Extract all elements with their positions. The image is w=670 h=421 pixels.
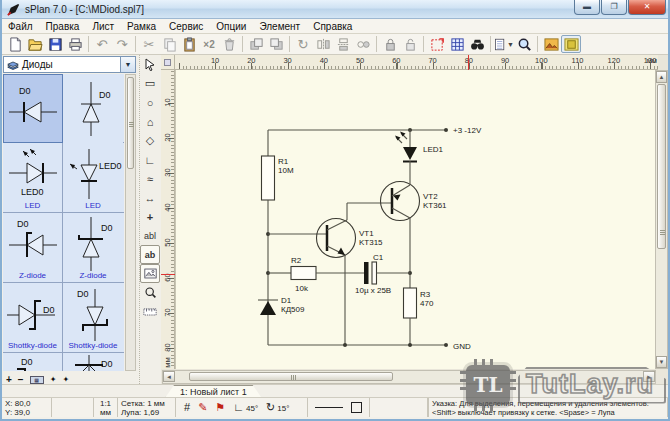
maximize-button[interactable]: ❐ [601,0,627,15]
hruler-label: 50 [356,56,364,65]
library-scroll-thumb[interactable] [127,77,134,169]
measure-tool[interactable] [140,302,160,321]
component-cell-zdiode-h[interactable]: D0 Z-diode [3,213,63,282]
duplicate-button[interactable]: ×2 [199,35,219,53]
horizontal-scroll-thumb[interactable] [189,372,393,381]
dropdown-arrow-icon[interactable]: ▼ [120,57,135,72]
copy-button[interactable] [159,35,179,53]
menu-frame[interactable]: Рамка [127,21,156,32]
line-tool[interactable]: ∟ [140,150,160,169]
zoom-button[interactable] [514,35,534,53]
capacitor-c1[interactable] [364,262,377,284]
hruler-label: 30 [283,56,291,65]
scroll-down-icon[interactable]: ▼ [656,356,667,368]
scroll-left-icon[interactable]: ◄ [163,371,175,382]
delete-button[interactable] [219,35,239,53]
minimize-button[interactable]: ▬ [574,0,600,15]
redo-button[interactable]: ↷ [112,35,132,53]
component-cell-led-v[interactable]: LED0 LED [63,143,123,212]
library-category-select[interactable]: Диоды ▼ [3,56,136,73]
image-tool[interactable] [140,264,160,283]
diode-d1[interactable] [258,300,278,315]
save-button[interactable] [45,35,65,53]
rectangle-tool[interactable]: ▭ [140,74,160,93]
bezier-tool[interactable]: ≈ [140,169,160,188]
cut-button[interactable]: ✂ [139,35,159,53]
component-cell-diode-v[interactable]: D0 [63,74,123,143]
paste-button[interactable] [179,35,199,53]
special-form-tool[interactable]: ◇ [140,131,160,150]
menu-element[interactable]: Элемент [259,21,300,32]
line-style-cell[interactable] [308,398,370,417]
resistor-r2[interactable] [291,267,316,280]
library-size-button[interactable]: ▦ [30,376,44,384]
mirror-horizontal-button[interactable] [313,35,333,53]
schematic-sheet[interactable]: +3 -12V R1 10M D1 КД509 [175,70,658,369]
undo-button[interactable]: ↶ [92,35,112,53]
grid-toggle-icon[interactable]: # [184,403,190,412]
horizontal-scrollbar[interactable]: ◄ ► [162,370,656,384]
zoom-tool[interactable] [140,283,160,302]
text-tool[interactable]: abl [140,226,160,245]
pen-mode-icon[interactable]: ✎ [198,403,207,412]
scroll-right-icon[interactable]: ► [643,371,655,382]
close-button[interactable]: ✕ [628,0,666,15]
angle-indicator[interactable]: ∟45° [233,403,258,413]
ungroup-button[interactable] [400,35,420,53]
group-button[interactable] [380,35,400,53]
resistor-r3[interactable] [404,288,417,318]
grid-settings-button[interactable] [447,35,467,53]
bring-to-front-button[interactable] [246,35,266,53]
open-button[interactable] [25,35,45,53]
component-cell-partial-2[interactable]: D0 [63,353,123,371]
component-cell-partial-1[interactable]: D0 [3,353,63,371]
led-led1[interactable] [395,132,417,162]
library-next-icon[interactable]: ✦ [62,375,69,384]
print-button[interactable] [65,35,85,53]
component-list-button[interactable]: ▼ [494,35,514,53]
polygon-tool[interactable]: ⌂ [140,112,160,131]
component-cell-shottky-h[interactable]: D0 Shottky-diode [3,283,63,352]
library-scrollbar[interactable] [125,74,136,371]
sheet-preview-icon [564,37,579,52]
new-document-button[interactable] [5,35,25,53]
component-cell-diode-h[interactable]: D0 [3,74,63,143]
menu-sheet[interactable]: Лист [92,21,114,32]
search-button[interactable] [467,35,487,53]
menu-file[interactable]: Файл [8,21,33,32]
rotate-step-indicator[interactable]: ↻15° [266,403,289,413]
transistor-vt1[interactable] [317,219,356,258]
dimension-tool[interactable]: ↔ [140,188,160,207]
menu-options[interactable]: Опции [216,21,246,32]
sheet-view-button[interactable] [561,35,581,53]
node-tool[interactable]: + [140,207,160,226]
menu-service[interactable]: Сервис [169,21,203,32]
component-cell-zdiode-v[interactable]: D0 Z-diode [63,213,123,282]
component-cell-led-h[interactable]: LED0 LED [3,143,63,212]
menu-help[interactable]: Справка [313,21,352,32]
library-view-button[interactable] [541,35,561,53]
ellipse-tool[interactable]: ○ [140,93,160,112]
transistor-vt2[interactable] [381,182,420,221]
vruler-label: 50 [163,238,172,248]
pointer-icon [144,58,156,71]
r1-value: 10M [278,166,294,175]
component-cell-shottky-v[interactable]: D0 Shottky-diode [63,283,123,352]
vertical-scrollbar[interactable]: ▲ ▼ [655,70,668,369]
textbox-tool[interactable]: ab [140,245,160,264]
horizontal-ruler: 102030405060708090100110120130 мм [175,55,658,70]
scroll-up-icon[interactable]: ▲ [656,71,667,83]
binoculars-icon [470,37,485,52]
mirror-vertical-button[interactable] [333,35,353,53]
rotate-selection-button[interactable] [427,35,447,53]
rotate-button[interactable]: ↻ [293,35,313,53]
menu-edit[interactable]: Правка [46,21,80,32]
vertical-scroll-thumb[interactable] [657,84,666,249]
pointer-tool[interactable] [140,55,160,74]
align-button[interactable] [353,35,373,53]
flag-icon[interactable]: ⚑ [215,403,225,412]
hruler-label: 100 [535,56,548,65]
send-to-back-button[interactable] [266,35,286,53]
resistor-r1[interactable] [262,156,275,200]
library-prev-icon[interactable]: ✦ [50,375,57,384]
